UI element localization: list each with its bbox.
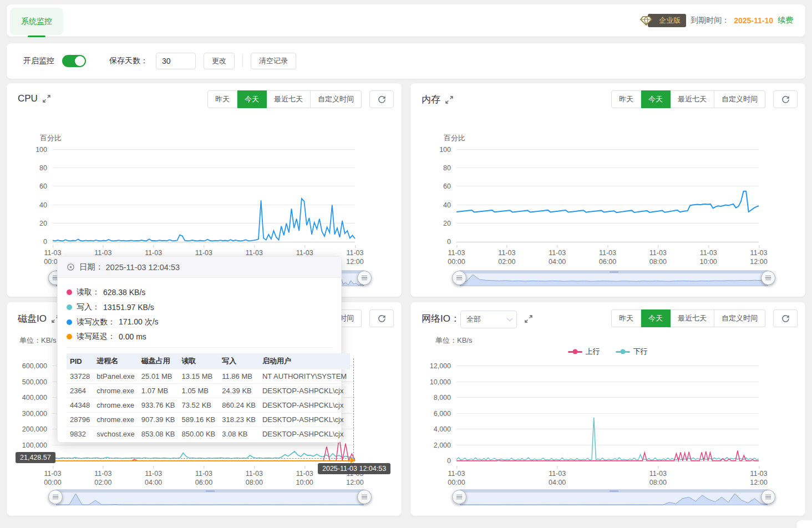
network-io-panel: 网络IO： 全部 昨天 今天 最近七天 自定义时间 单位：KB/s 上行 下行 …: [410, 302, 805, 516]
range-yesterday[interactable]: 昨天: [611, 309, 641, 327]
expire-label: 到期时间：: [691, 16, 729, 26]
disk-y-axis-unit: 单位：KB/s: [19, 336, 56, 346]
legend-download[interactable]: 下行: [616, 347, 648, 357]
x-tick-label: 11-0312:00: [750, 245, 767, 267]
network-range-buttons: 昨天 今天 最近七天 自定义时间: [611, 309, 765, 327]
table-cell: 11.86 MB: [219, 369, 259, 384]
内存使用率-line: [456, 191, 759, 213]
range-today[interactable]: 今天: [641, 90, 671, 108]
change-button[interactable]: 更改: [204, 53, 235, 69]
read-label: 读取：: [77, 287, 100, 297]
diamond-icon: [640, 16, 652, 26]
slider-handle-right[interactable]: [761, 271, 775, 285]
tooltip-metric-latency: 读写延迟： 0.00 ms: [67, 329, 332, 348]
tooltip-metric-read: 读取： 628.38 KB/s: [67, 285, 332, 299]
slider-handle-right[interactable]: [761, 490, 775, 504]
x-tick-label: 11-0304:00: [145, 466, 162, 488]
slider-handle-left[interactable]: [48, 490, 63, 504]
plan-badge: 企业版: [648, 14, 686, 27]
disk-title-text: 磁盘IO: [18, 312, 47, 325]
y-tick-label: 60: [421, 182, 451, 190]
fullscreen-icon[interactable]: [525, 315, 532, 323]
expire-date: 2025-11-10: [734, 16, 773, 25]
x-tick-label: 11-0306:00: [195, 466, 212, 488]
range-yesterday[interactable]: 昨天: [207, 90, 237, 108]
table-cell: 3.08 KB: [219, 427, 259, 441]
y-tick-label: 400,000: [17, 394, 47, 402]
range-today[interactable]: 今天: [641, 309, 671, 327]
divider: [242, 55, 243, 67]
y-tick-label: 500,000: [17, 378, 47, 386]
refresh-button[interactable]: [773, 309, 798, 327]
range-week[interactable]: 最近七天: [267, 90, 311, 108]
slider-track[interactable]: [459, 270, 768, 286]
tooltip-header: 日期： 2025-11-03 12:04:53: [58, 257, 341, 278]
network-title-text: 网络IO：: [422, 312, 460, 325]
clear-records-button[interactable]: 清空记录: [251, 53, 296, 69]
cpu-y-axis-unit: 百分比: [40, 133, 62, 143]
memory-title-text: 内存: [422, 93, 440, 106]
range-today[interactable]: 今天: [237, 90, 267, 108]
table-header: 写入: [219, 353, 259, 369]
table-header: 进程名: [93, 353, 138, 369]
network-interface-select[interactable]: 全部: [460, 311, 517, 328]
y-tick-label: 20: [17, 220, 47, 227]
y-tick-label: 60: [17, 182, 47, 190]
table-cell: 1.05 MB: [179, 384, 219, 398]
y-tick-label: 0: [421, 457, 451, 465]
disk-datazoom-slider[interactable]: [55, 489, 364, 505]
table-cell: chrome.exe: [93, 384, 138, 398]
slider-handle-left[interactable]: [452, 490, 466, 504]
table-row: 33728btPanel.exe25.01 MB13.15 MB11.86 MB…: [67, 369, 350, 384]
slider-track[interactable]: [459, 489, 768, 505]
axis-pointer-arrow: [351, 458, 356, 463]
network-datazoom-slider[interactable]: [459, 489, 768, 505]
x-tick-label: 11-0304:00: [549, 245, 566, 267]
tab-system-monitor[interactable]: 系统监控: [10, 8, 63, 35]
monitor-toggle[interactable]: [62, 55, 86, 67]
refresh-button[interactable]: [369, 309, 394, 327]
crosshair-vertical: [353, 358, 354, 467]
range-custom[interactable]: 自定义时间: [311, 90, 362, 108]
iops-dot: [67, 319, 72, 325]
cpu-title-text: CPU: [18, 93, 38, 104]
slider-track[interactable]: [55, 489, 364, 505]
fullscreen-icon[interactable]: [43, 95, 50, 103]
tooltip-metric-iops: 读写次数： 171.00 次/s: [67, 314, 332, 329]
range-yesterday[interactable]: 昨天: [611, 90, 641, 108]
save-days-input[interactable]: [156, 53, 196, 69]
table-cell: 318.23 KB: [219, 413, 259, 427]
table-row: 2364chrome.exe1.07 MB1.05 MB24.39 KBDESK…: [67, 384, 350, 398]
slider-handle-left[interactable]: [452, 271, 466, 285]
iops-value: 171.00 次/s: [119, 317, 159, 327]
table-cell: 73.52 KB: [179, 398, 219, 413]
y-tick-label: 4,000: [421, 425, 451, 433]
table-cell: chrome.exe: [93, 413, 138, 427]
refresh-button[interactable]: [369, 90, 394, 108]
y-tick-label: 0: [17, 238, 47, 246]
range-custom[interactable]: 自定义时间: [714, 309, 765, 327]
table-cell: NT AUTHORITY\SYSTEM: [259, 369, 350, 384]
x-tick-label: 11-0300:00: [448, 245, 465, 267]
range-week[interactable]: 最近七天: [671, 90, 714, 108]
x-tick-label: 11-0300:00: [448, 466, 465, 488]
y-tick-label: 40: [421, 201, 451, 209]
memory-datazoom-slider[interactable]: [459, 270, 768, 286]
refresh-button[interactable]: [773, 90, 798, 108]
slider-handle-right[interactable]: [357, 271, 372, 285]
renew-link[interactable]: 续费: [778, 16, 793, 26]
range-week[interactable]: 最近七天: [671, 309, 714, 327]
y-tick-label: 12,000: [421, 362, 451, 370]
legend-upload[interactable]: 上行: [568, 347, 600, 357]
read-value: 628.38 KB/s: [103, 288, 145, 297]
next-section-corner: [797, 520, 812, 528]
fullscreen-icon[interactable]: [445, 96, 453, 104]
write-value: 13151.97 KB/s: [103, 303, 154, 312]
slider-handle-right[interactable]: [357, 490, 372, 504]
下行-line: [456, 418, 759, 460]
select-value: 全部: [466, 314, 481, 324]
memory-panel-title: 内存: [422, 93, 453, 106]
range-custom[interactable]: 自定义时间: [714, 90, 765, 108]
legend-download-label: 下行: [633, 347, 648, 357]
iops-label: 读写次数：: [77, 317, 115, 327]
